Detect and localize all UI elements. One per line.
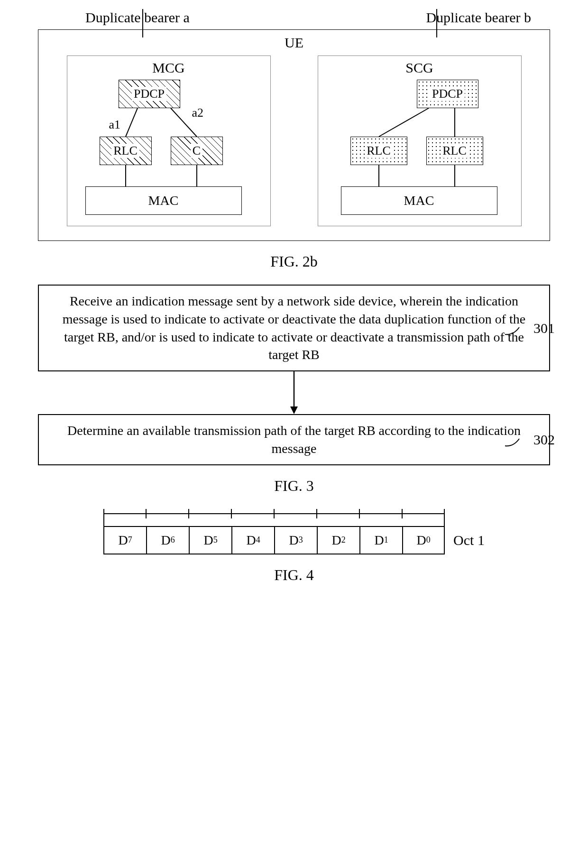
scg-rlc1: RLC	[350, 137, 407, 165]
fig-3-label: FIG. 3	[9, 477, 579, 495]
fig-2b-label: FIG. 2b	[9, 253, 579, 270]
svg-line-8	[379, 108, 429, 137]
byte-d1: D1	[359, 526, 402, 554]
byte-d6: D6	[146, 526, 189, 554]
scg-title: SCG	[327, 60, 513, 76]
fig-4-label: FIG. 4	[9, 566, 579, 584]
mcg-pdcp: PDCP	[119, 80, 180, 108]
byte-d4: D4	[231, 526, 274, 554]
byte-d5: D5	[189, 526, 231, 554]
scg-pdcp: PDCP	[417, 80, 478, 108]
label-bearer-b: Duplicate bearer b	[426, 9, 531, 26]
ue-container: UE MCG PDCP RLC C MAC a1 a2	[38, 29, 550, 241]
byte-diagram: D7 D6 D5 D4 D3 D2 D1 D0 Oct 1	[9, 509, 579, 554]
byte-d7: D7	[103, 526, 146, 554]
scg-rlc2: RLC	[426, 137, 483, 165]
flow-arrow	[38, 371, 550, 414]
mcg-rlc2: C	[171, 137, 223, 165]
byte-d2: D2	[317, 526, 359, 554]
flow-step-302: Determine an available transmission path…	[38, 414, 550, 465]
byte-d3: D3	[274, 526, 317, 554]
ue-title: UE	[53, 35, 535, 51]
label-bearer-a: Duplicate bearer a	[85, 9, 190, 26]
byte-row: D7 D6 D5 D4 D3 D2 D1 D0	[103, 526, 445, 554]
label-a1: a1	[109, 118, 121, 132]
mcg-mac: MAC	[85, 186, 242, 215]
oct-label: Oct 1	[453, 515, 485, 548]
tick-row	[103, 509, 445, 526]
leader-301	[505, 320, 533, 339]
mcg-title: MCG	[76, 60, 262, 76]
scg-mac: MAC	[341, 186, 497, 215]
mcg-stack: PDCP RLC C MAC a1 a2	[76, 80, 262, 217]
byte-d0: D0	[402, 526, 445, 554]
mcg-box: MCG PDCP RLC C MAC a1 a2	[67, 55, 271, 226]
svg-line-4	[126, 108, 138, 137]
scg-box: SCG PDCP RLC RLC MAC	[318, 55, 522, 226]
flow-step-301: Receive an indication message sent by a …	[38, 285, 550, 371]
svg-marker-13	[290, 406, 298, 414]
scg-stack: PDCP RLC RLC MAC	[327, 80, 513, 217]
leader-302	[505, 432, 533, 451]
mcg-rlc1: RLC	[100, 137, 152, 165]
flowchart: Receive an indication message sent by a …	[38, 285, 550, 465]
flow-num-301: 301	[505, 320, 555, 339]
label-a2: a2	[192, 106, 204, 120]
flow-num-302: 302	[505, 432, 555, 451]
top-labels: Duplicate bearer a Duplicate bearer b	[9, 9, 579, 26]
